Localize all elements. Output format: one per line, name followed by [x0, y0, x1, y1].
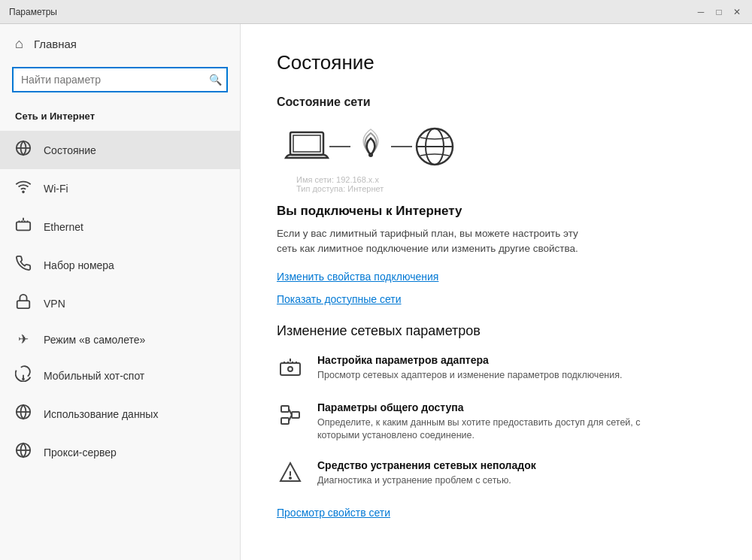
svg-rect-23	[281, 418, 289, 424]
main-content: Состояние Состояние сети	[241, 24, 752, 560]
search-input[interactable]	[12, 67, 228, 92]
network-line-1	[329, 146, 350, 148]
show-networks-link[interactable]: Показать доступные сети	[277, 293, 716, 305]
laptop-icon	[284, 128, 329, 165]
ethernet-icon	[15, 216, 32, 237]
svg-point-21	[288, 367, 293, 371]
network-labels: Имя сети: 192.168.x.x Тип доступа: Интер…	[284, 175, 716, 193]
sidebar-item-proxy-label: Прокси-сервер	[44, 446, 117, 459]
svg-point-6	[23, 378, 24, 380]
adapter-icon	[277, 356, 304, 385]
connected-text: Вы подключены к Интернету	[277, 204, 716, 219]
troubleshoot-icon	[277, 461, 304, 490]
page-title: Состояние	[277, 51, 716, 74]
sharing-icon	[277, 403, 304, 432]
app-body: ⌂ Главная 🔍 Сеть и Интернет Состояние	[0, 24, 752, 560]
svg-point-15	[368, 153, 373, 157]
sidebar-item-ethernet[interactable]: Ethernet	[0, 207, 240, 246]
sidebar-item-status-label: Состояние	[44, 144, 96, 156]
airplane-icon: ✈	[15, 331, 32, 347]
close-button[interactable]: ✕	[731, 6, 743, 18]
change-section-title: Изменение сетевых параметров	[277, 323, 716, 339]
sharing-content: Параметры общего доступа Определите, к к…	[317, 401, 678, 443]
network-line-2	[391, 146, 412, 148]
troubleshoot-content: Средство устранения сетевых неполадок Ди…	[317, 459, 536, 488]
network-status-title: Состояние сети	[277, 95, 716, 109]
sidebar-home-button[interactable]: ⌂ Главная	[0, 24, 240, 64]
troubleshoot-desc: Диагностика и устранение проблем с сетью…	[317, 474, 536, 488]
wifi-icon	[15, 178, 32, 198]
router-icon	[350, 128, 391, 165]
view-properties-link[interactable]: Просмотр свойств сети	[277, 507, 716, 519]
sidebar: ⌂ Главная 🔍 Сеть и Интернет Состояние	[0, 24, 241, 560]
adapter-desc: Просмотр сетевых адаптеров и изменение п…	[317, 369, 622, 383]
sidebar-item-vpn[interactable]: VPN	[0, 284, 240, 322]
maximize-button[interactable]: □	[713, 6, 725, 18]
svg-rect-3	[17, 222, 30, 230]
sidebar-item-airplane-label: Режим «в самолете»	[44, 334, 145, 346]
troubleshoot-title: Средство устранения сетевых неполадок	[317, 459, 536, 471]
network-label-line1: Имя сети: 192.168.x.x	[296, 175, 716, 184]
sidebar-item-status[interactable]: Состояние	[0, 131, 240, 169]
dialup-icon	[15, 255, 32, 275]
status-icon	[15, 140, 32, 160]
sidebar-item-datausage[interactable]: Использование данных	[0, 395, 240, 433]
home-icon: ⌂	[15, 36, 23, 52]
change-connection-link[interactable]: Изменить свойства подключения	[277, 271, 716, 283]
svg-point-2	[23, 191, 24, 192]
svg-point-28	[290, 477, 291, 479]
sidebar-item-proxy[interactable]: Прокси-сервер	[0, 433, 240, 471]
proxy-icon	[15, 442, 32, 462]
title-bar: Параметры ─ □ ✕	[0, 0, 752, 24]
globe-icon	[412, 124, 457, 169]
sidebar-item-wifi-label: Wi-Fi	[44, 183, 68, 195]
sidebar-item-hotspot[interactable]: Мобильный хот-спот	[0, 356, 240, 395]
sidebar-item-dialup-label: Набор номера	[44, 259, 114, 271]
troubleshoot-settings-item[interactable]: Средство устранения сетевых неполадок Ди…	[277, 459, 716, 490]
vpn-icon	[15, 293, 32, 313]
sharing-title: Параметры общего доступа	[317, 401, 678, 413]
datausage-icon	[15, 404, 32, 424]
minimize-button[interactable]: ─	[695, 6, 707, 18]
network-diagram	[277, 124, 716, 169]
hotspot-icon	[15, 365, 32, 386]
sidebar-item-datausage-label: Использование данных	[44, 408, 158, 420]
svg-rect-19	[280, 363, 300, 375]
window-controls: ─ □ ✕	[695, 6, 743, 18]
svg-rect-13	[293, 135, 320, 152]
sidebar-item-ethernet-label: Ethernet	[44, 221, 83, 233]
adapter-settings-item[interactable]: Настройка параметров адаптера Просмотр с…	[277, 354, 716, 385]
app-title: Параметры	[9, 7, 57, 17]
svg-rect-22	[281, 406, 289, 412]
adapter-title: Настройка параметров адаптера	[317, 354, 622, 366]
sidebar-search-container: 🔍	[12, 67, 228, 92]
network-label-line2: Тип доступа: Интернет	[296, 184, 716, 193]
sidebar-item-hotspot-label: Мобильный хот-спот	[44, 370, 144, 382]
svg-rect-24	[292, 412, 299, 418]
sharing-settings-item[interactable]: Параметры общего доступа Определите, к к…	[277, 401, 716, 443]
sharing-desc: Определите, к каким данным вы хотите пре…	[317, 416, 678, 443]
adapter-content: Настройка параметров адаптера Просмотр с…	[317, 354, 622, 383]
svg-rect-5	[17, 301, 30, 308]
search-icon[interactable]: 🔍	[209, 74, 222, 86]
sidebar-item-wifi[interactable]: Wi-Fi	[0, 169, 240, 207]
sidebar-home-label: Главная	[34, 38, 77, 50]
sidebar-section-title: Сеть и Интернет	[0, 104, 240, 131]
sidebar-item-vpn-label: VPN	[44, 298, 65, 310]
connected-description: Если у вас лимитный тарифный план, вы мо…	[277, 226, 600, 257]
sidebar-item-dialup[interactable]: Набор номера	[0, 246, 240, 284]
sidebar-item-airplane[interactable]: ✈ Режим «в самолете»	[0, 322, 240, 356]
